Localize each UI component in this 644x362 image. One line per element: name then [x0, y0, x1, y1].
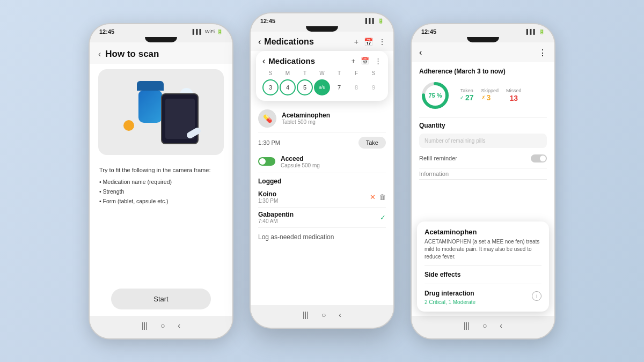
popup-drug-interaction[interactable]: Drug interaction: [425, 287, 475, 299]
phone1-content: ‹ How to scan Try to fit the following i…: [90, 42, 232, 316]
start-button[interactable]: Start: [111, 289, 211, 309]
phone2-status-icons: ▌▌▌ 🔋: [365, 18, 384, 24]
instruction-item-1: Medication name (required): [99, 178, 223, 187]
info-icon[interactable]: i: [532, 291, 541, 301]
med-info-acetaminophen: Acetaminophen Tablet 500 mg: [282, 112, 386, 125]
cal-date-7[interactable]: 7: [331, 79, 347, 95]
check-icon: ✓: [380, 213, 386, 221]
cal-calendar-icon[interactable]: 📅: [361, 57, 369, 65]
cal-date-8[interactable]: 8: [348, 79, 364, 95]
signal-icon: ▌▌▌: [193, 29, 203, 34]
cal-date-4[interactable]: 4: [280, 79, 296, 95]
refill-toggle[interactable]: [531, 154, 547, 162]
phone1-top-bar: 12:45 ▌▌▌ WiFi 🔋: [90, 24, 232, 37]
trash-icon[interactable]: 🗑: [379, 193, 386, 201]
take-button[interactable]: Take: [358, 137, 386, 149]
skipped-icon: ✗: [481, 95, 486, 100]
phone3-recent-icon[interactable]: |||: [464, 321, 470, 330]
phone2-back-icon[interactable]: ‹: [339, 311, 341, 319]
missed-label: Missed: [506, 88, 522, 93]
phone1-home-icon[interactable]: ○: [160, 321, 165, 330]
cal-date-9-6[interactable]: 9/6: [314, 79, 330, 95]
logged-name-koino: Koino: [258, 190, 370, 198]
cal-more-icon[interactable]: ⋮: [375, 57, 382, 65]
cal-add-icon[interactable]: +: [351, 57, 355, 65]
phone1-recent-icon[interactable]: |||: [142, 321, 148, 330]
adherence-section: Adherence (March 3 to now) 75 % Taken: [419, 68, 547, 112]
med-info-acceed: Acceed Capsule 500 mg: [281, 155, 386, 168]
phone3-time: 12:45: [421, 28, 436, 35]
phone3-back-icon[interactable]: ‹: [500, 321, 502, 330]
phone2-list: 💊 Acetaminophen Tablet 500 mg 1:30 PM Ta…: [251, 105, 393, 305]
logged-time-koino: 1:30 PM: [258, 198, 370, 204]
refill-label: Refill reminder: [419, 155, 457, 161]
adherence-title: Adherence (March 3 to now): [419, 68, 547, 75]
med-sub-acceed: Capsule 500 mg: [281, 162, 386, 168]
logged-item-koino: Koino 1:30 PM ✕ 🗑: [258, 187, 386, 208]
phone1-notch: [145, 37, 177, 42]
battery-icon: 🔋: [378, 18, 384, 24]
delete-x-icon[interactable]: ✕: [370, 193, 376, 201]
med-item-acceed: Acceed Capsule 500 mg: [258, 151, 386, 173]
quantity-input[interactable]: Number of remaining pills: [419, 134, 547, 148]
skipped-label: Skipped: [481, 88, 499, 93]
logged-info-koino: Koino 1:30 PM: [258, 190, 370, 204]
stat-skipped: Skipped ✗ 3: [481, 88, 499, 103]
donut-percent: 75 %: [428, 92, 442, 99]
cal-days-row: S M T W T F S: [262, 70, 382, 76]
add-icon[interactable]: +: [354, 38, 358, 46]
more-icon[interactable]: ⋮: [538, 48, 547, 58]
logged-item-gabapentin: Gabapentin 7:40 AM ✓: [258, 208, 386, 228]
back-icon[interactable]: ‹: [258, 37, 261, 47]
back-icon[interactable]: ‹: [98, 49, 101, 59]
more-icon[interactable]: ⋮: [378, 38, 386, 46]
day-f: F: [348, 70, 364, 76]
phone2-notch: [306, 26, 338, 32]
battery-icon: 🔋: [539, 29, 545, 34]
signal-icon: ▌▌▌: [526, 29, 537, 34]
phone2-bottom-bar: ||| ○ ‹: [251, 305, 393, 328]
logged-name-gabapentin: Gabapentin: [258, 211, 380, 218]
cal-date-5[interactable]: 5: [297, 79, 313, 95]
phone3-bottom-bar: ||| ○ ‹: [412, 316, 554, 338]
signal-icon: ▌▌▌: [365, 18, 376, 24]
phone2-recent-icon[interactable]: |||: [303, 311, 309, 319]
phone1-instructions: Try to fit the following in the camera f…: [90, 160, 232, 227]
cal-back-icon[interactable]: ‹: [262, 56, 265, 66]
day-m: M: [280, 70, 296, 76]
phone3-status-icons: ▌▌▌ 🔋: [526, 29, 545, 34]
logged-info-gabapentin: Gabapentin 7:40 AM: [258, 211, 380, 224]
popup-divider-2: [425, 284, 541, 284]
back-icon[interactable]: ‹: [419, 48, 422, 57]
phone2-home-icon[interactable]: ○: [321, 311, 326, 319]
popup-divider-1: [425, 265, 541, 265]
drug-interaction-row: Drug interaction 2 Critical, 1 Moderate …: [425, 287, 541, 305]
logged-actions-gabapentin: ✓: [380, 213, 386, 221]
phone1-bottom-bar: ||| ○ ‹: [90, 316, 232, 338]
phone-2: 12:45 ▌▌▌ 🔋 ‹ Medications + 📅 ⋮ ‹ Medica…: [250, 12, 394, 329]
phone1-back-icon[interactable]: ‹: [178, 321, 180, 330]
cal-date-3[interactable]: 3: [262, 79, 279, 95]
log-needed[interactable]: Log as-needed medication: [258, 228, 386, 246]
refill-row: Refill reminder: [419, 151, 547, 166]
cal-dates-row: 3 4 5 9/6 7 8 9: [262, 79, 382, 95]
donut-chart: 75 %: [419, 79, 451, 112]
phone3-home-icon[interactable]: ○: [482, 321, 487, 330]
popup-side-effects[interactable]: Side effects: [425, 269, 541, 280]
adherence-chart: 75 % Taken ✓ 27 Skipped: [419, 79, 547, 112]
drug-interaction-label-group: Drug interaction 2 Critical, 1 Moderate: [425, 287, 475, 305]
phone2-header: ‹ Medications + 📅 ⋮: [251, 32, 393, 51]
phone3-notch: [467, 37, 499, 42]
phone3-header: ‹ ⋮: [412, 42, 554, 62]
cal-date-9[interactable]: 9: [365, 79, 382, 95]
wifi-icon: WiFi: [205, 29, 215, 34]
missed-value: 13: [510, 94, 518, 102]
day-t1: T: [297, 70, 313, 76]
med-name-acetaminophen: Acetaminophen: [282, 112, 386, 119]
toggle-acceed[interactable]: [258, 157, 275, 166]
adherence-stats: Taken ✓ 27 Skipped ✗ 3: [460, 88, 522, 103]
pill-bottle-body: [138, 91, 162, 123]
day-w: W: [314, 70, 330, 76]
calendar-icon[interactable]: 📅: [364, 38, 373, 46]
popup-drug-desc: ACETAMINOPHEN (a set a MEE noe fen) trea…: [425, 238, 541, 261]
